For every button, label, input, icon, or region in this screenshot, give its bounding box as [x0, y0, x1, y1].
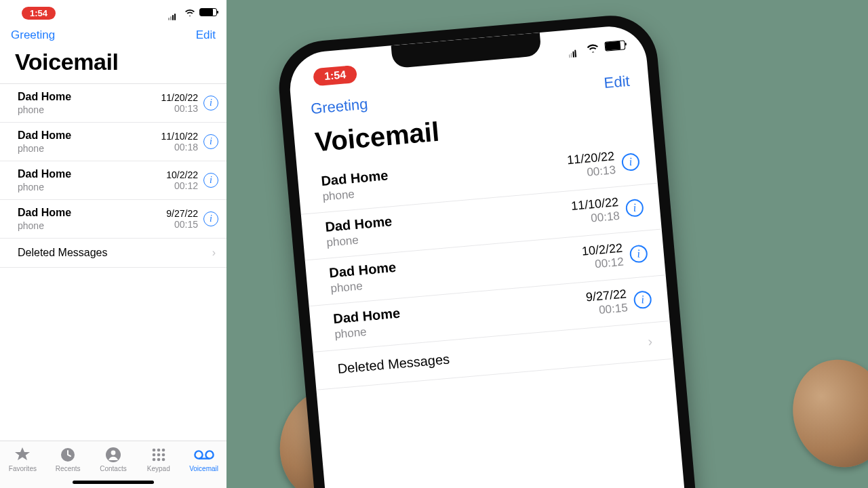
battery-icon — [199, 8, 217, 16]
voicemail-icon — [182, 447, 226, 463]
voicemail-caller: Dad Home — [18, 168, 166, 180]
tab-voicemail[interactable]: Voicemail — [182, 447, 226, 472]
voicemail-subtitle: phone — [18, 182, 166, 192]
tab-recents[interactable]: Recents — [46, 447, 90, 472]
voicemail-list: Dad Homephone 11/20/2200:13 i Dad Homeph… — [0, 83, 226, 268]
svg-point-4 — [157, 449, 160, 452]
tab-favorites[interactable]: Favorites — [1, 447, 44, 472]
chevron-right-icon: › — [647, 333, 653, 349]
edit-button[interactable]: Edit — [196, 28, 216, 42]
voicemail-date: 9/27/22 — [166, 208, 198, 219]
info-icon[interactable]: i — [633, 290, 652, 309]
voicemail-caller: Dad Home — [18, 207, 166, 219]
svg-point-3 — [152, 449, 155, 452]
voicemail-date: 11/10/22 — [161, 131, 199, 142]
hand-right — [781, 349, 868, 479]
voicemail-subtitle: phone — [18, 104, 161, 115]
status-bar: 1:54 — [0, 0, 226, 22]
star-icon — [1, 447, 44, 463]
voicemail-subtitle: phone — [18, 220, 166, 231]
iphone-device: 1:54 Greeting Edit Voicemail Dad Homepho… — [275, 12, 707, 488]
time-pill: 1:54 — [22, 7, 56, 20]
svg-point-6 — [152, 453, 155, 457]
tab-label: Favorites — [1, 465, 44, 472]
info-icon[interactable]: i — [625, 198, 644, 217]
wifi-icon — [184, 8, 195, 16]
voicemail-duration: 00:18 — [161, 142, 199, 152]
voicemail-date: 11/20/22 — [161, 92, 199, 103]
voicemail-duration: 00:13 — [161, 103, 199, 114]
info-icon[interactable]: i — [203, 134, 218, 149]
tab-label: Recents — [46, 465, 90, 472]
info-icon[interactable]: i — [203, 96, 218, 110]
voicemail-row[interactable]: Dad Homephone 9/27/2200:15 i — [0, 200, 226, 239]
phone-panel: 1:54 Greeting Edit Voicemail Dad Homepho… — [0, 0, 226, 488]
tab-bar: Favorites Recents Contacts Keypad Voicem… — [0, 441, 226, 488]
svg-point-7 — [157, 453, 160, 457]
edit-button[interactable]: Edit — [604, 73, 631, 92]
voicemail-date: 10/2/22 — [166, 169, 198, 180]
wifi-icon — [585, 42, 599, 53]
cellular-signal-icon — [568, 45, 581, 54]
voicemail-caller: Dad Home — [18, 91, 161, 103]
svg-point-11 — [161, 458, 165, 462]
info-icon[interactable]: i — [629, 244, 648, 263]
voicemail-row[interactable]: Dad Homephone 10/2/2200:12 i — [0, 161, 226, 200]
svg-point-5 — [161, 449, 165, 452]
deleted-messages-row[interactable]: Deleted Messages › — [0, 239, 226, 268]
svg-point-10 — [157, 458, 160, 462]
info-icon[interactable]: i — [621, 152, 640, 171]
svg-point-9 — [152, 458, 155, 462]
info-icon[interactable]: i — [203, 173, 218, 188]
chevron-right-icon: › — [212, 247, 216, 259]
home-indicator[interactable] — [73, 481, 154, 484]
nav-bar: Greeting Edit — [0, 22, 226, 46]
svg-point-12 — [195, 451, 202, 458]
voicemail-row[interactable]: Dad Homephone 11/10/2200:18 i — [0, 123, 226, 161]
battery-icon — [604, 40, 625, 52]
svg-point-2 — [111, 451, 116, 455]
voicemail-caller: Dad Home — [18, 129, 161, 142]
clock-icon — [46, 447, 90, 463]
page-title: Voicemail — [0, 46, 226, 83]
deleted-messages-label: Deleted Messages — [18, 247, 108, 259]
tab-keypad[interactable]: Keypad — [137, 447, 180, 472]
time-pill: 1:54 — [313, 65, 357, 86]
keypad-icon — [137, 447, 180, 463]
svg-point-8 — [161, 453, 165, 457]
tab-label: Contacts — [92, 465, 135, 472]
voicemail-subtitle: phone — [18, 143, 161, 154]
voicemail-row[interactable]: Dad Homephone 11/20/2200:13 i — [0, 84, 226, 123]
tab-label: Keypad — [137, 465, 180, 472]
voicemail-duration: 00:12 — [166, 180, 198, 191]
deleted-messages-label: Deleted Messages — [337, 352, 450, 377]
tab-label: Voicemail — [182, 465, 226, 472]
info-icon[interactable]: i — [203, 211, 218, 226]
svg-point-13 — [205, 451, 213, 458]
voicemail-duration: 00:15 — [166, 219, 198, 230]
photo-scene: 1:54 Greeting Edit Voicemail Dad Homepho… — [226, 0, 868, 488]
greeting-button[interactable]: Greeting — [11, 28, 55, 42]
person-icon — [92, 447, 135, 463]
tab-contacts[interactable]: Contacts — [92, 447, 135, 472]
cellular-signal-icon — [168, 8, 180, 16]
